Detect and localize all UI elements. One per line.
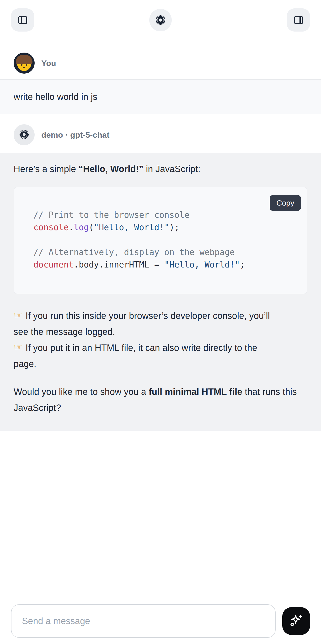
user-message-bubble: write hello world in js	[0, 79, 321, 114]
tips-paragraph: ☞ If you run this inside your browser’s …	[13, 308, 308, 372]
panel-right-icon	[293, 14, 304, 26]
intro-bold: “Hello, World!”	[79, 164, 144, 174]
code-content: // Print to the browser consoleconsole.l…	[14, 187, 307, 294]
tip-line: ☞ If you run this inside your browser’s …	[13, 308, 308, 324]
assistant-response: Here’s a simple “Hello, World!” in JavaS…	[0, 153, 321, 431]
right-panel-toggle-button[interactable]	[287, 8, 310, 32]
starburst-icon	[155, 14, 166, 26]
pointing-right-emoji: ☞	[13, 309, 23, 321]
code-line	[33, 234, 298, 246]
assistant-name-label: demo · gpt-5-chat	[41, 130, 109, 140]
sidebar-toggle-button[interactable]	[11, 8, 34, 32]
send-button[interactable]	[282, 607, 310, 635]
follow-up-question: Would you like me to show you a full min…	[13, 384, 308, 416]
tip-line: ☞ If you put it in an HTML file, it can …	[13, 340, 308, 356]
assistant-avatar	[13, 124, 35, 145]
panel-left-icon	[17, 14, 28, 26]
question-bold: full minimal HTML file	[149, 387, 242, 397]
user-message-text: write hello world in js	[13, 92, 97, 102]
composer-bar	[0, 598, 321, 644]
intro-prefix: Here’s a simple	[13, 164, 79, 174]
empty-space	[0, 431, 321, 598]
person-emoji-icon	[17, 57, 31, 71]
question-prefix: Would you like me to show you a	[13, 387, 149, 397]
code-line: document.body.innerHTML = "Hello, World!…	[33, 258, 298, 271]
intro-suffix: in JavaScript:	[143, 164, 200, 174]
tip-line: page.	[13, 356, 308, 372]
code-line: // Print to the browser console	[33, 209, 298, 221]
user-sender-label: You	[41, 58, 56, 68]
code-line: console.log("Hello, World!");	[33, 221, 298, 234]
response-intro: Here’s a simple “Hello, World!” in JavaS…	[13, 161, 308, 177]
top-bar	[0, 0, 321, 40]
message-input[interactable]	[11, 604, 276, 638]
code-line: // Alternatively, display on the webpage	[33, 246, 298, 258]
sparkle-icon	[289, 613, 304, 629]
chat-transcript: You write hello world in js	[0, 40, 321, 598]
code-block: Copy // Print to the browser consolecons…	[13, 187, 308, 294]
tip-line: see the message logged.	[13, 324, 308, 340]
user-avatar	[13, 52, 35, 74]
pointing-right-emoji: ☞	[13, 341, 23, 353]
starburst-icon	[19, 129, 29, 140]
user-message-header: You	[0, 40, 321, 79]
assistant-message-header: demo · gpt-5-chat	[0, 114, 321, 153]
model-button[interactable]	[149, 9, 172, 31]
copy-button[interactable]: Copy	[270, 195, 301, 211]
